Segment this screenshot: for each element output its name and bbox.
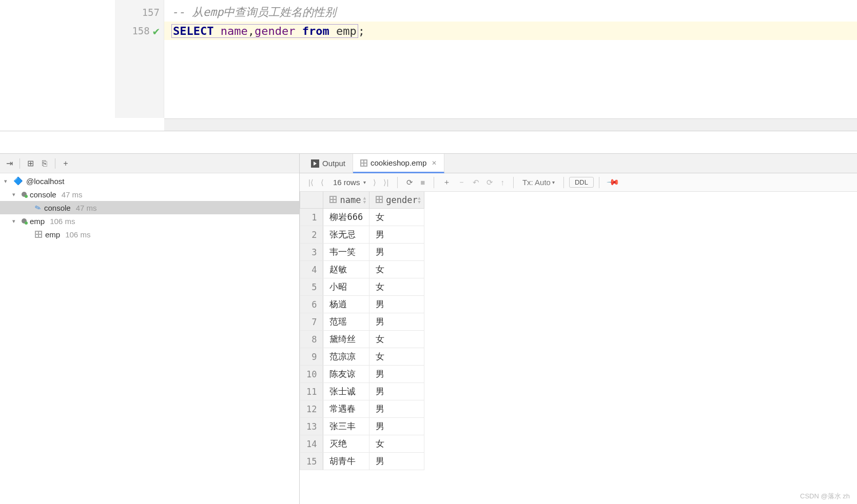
table-row[interactable]: 14灭绝女 bbox=[300, 435, 424, 453]
reload-button[interactable]: ⟳ bbox=[403, 176, 417, 189]
cell-name[interactable]: 张士诚 bbox=[323, 383, 369, 400]
delete-row-button[interactable]: － bbox=[454, 176, 469, 189]
commit-button[interactable]: ↑ bbox=[497, 176, 508, 188]
tree-item[interactable]: emp106 ms bbox=[0, 228, 299, 241]
watermark: CSDN @落水 zh bbox=[800, 492, 850, 501]
table-row[interactable]: 2张无忌男 bbox=[300, 226, 424, 244]
cell-gender[interactable]: 男 bbox=[369, 244, 424, 261]
stop-button[interactable]: ■ bbox=[417, 176, 428, 188]
cell-gender[interactable]: 女 bbox=[369, 278, 424, 296]
add-row-button[interactable]: ＋ bbox=[439, 176, 454, 189]
prev-page-button[interactable]: ⟨ bbox=[317, 176, 327, 189]
cell-name[interactable]: 柳岩666 bbox=[323, 209, 369, 226]
column-icon bbox=[376, 196, 383, 203]
revert-button[interactable]: ↶ bbox=[469, 176, 483, 189]
tree-item[interactable]: ▾console47 ms bbox=[0, 188, 299, 201]
cell-name[interactable]: 张三丰 bbox=[323, 418, 369, 435]
tab-table-label: cookieshop.emp bbox=[371, 158, 426, 167]
code-line[interactable]: -- 从emp中查询员工姓名的性别 bbox=[164, 3, 857, 22]
cell-name[interactable]: 张无忌 bbox=[323, 226, 369, 244]
row-number: 12 bbox=[300, 400, 323, 418]
cell-name[interactable]: 范瑶 bbox=[323, 313, 369, 331]
horizontal-scrollbar[interactable] bbox=[164, 118, 857, 131]
cell-name[interactable]: 常遇春 bbox=[323, 400, 369, 418]
chevron-icon: ▾ bbox=[12, 191, 18, 198]
sort-icon[interactable]: ▲▼ bbox=[418, 196, 420, 204]
close-icon[interactable]: ✕ bbox=[432, 159, 437, 167]
cell-name[interactable]: 杨逍 bbox=[323, 296, 369, 313]
gutter-line[interactable]: 158✔ bbox=[115, 22, 164, 40]
collapse-icon[interactable]: ⇥ bbox=[3, 157, 15, 170]
rownum-header[interactable] bbox=[300, 192, 323, 209]
table-row[interactable]: 15胡青牛男 bbox=[300, 453, 424, 470]
table-row[interactable]: 8黛绮丝女 bbox=[300, 331, 424, 348]
table-row[interactable]: 5小昭女 bbox=[300, 278, 424, 296]
cell-gender[interactable]: 女 bbox=[369, 209, 424, 226]
cell-gender[interactable]: 男 bbox=[369, 226, 424, 244]
column-header-gender[interactable]: gender▲▼ bbox=[369, 192, 424, 209]
table-row[interactable]: 1柳岩666女 bbox=[300, 209, 424, 226]
services-toolbar: ⇥ ⊞ ⎘ + bbox=[0, 154, 299, 173]
tree-item-label: console bbox=[44, 204, 71, 212]
code-area[interactable]: -- 从emp中查询员工姓名的性别SELECT name,gender from… bbox=[164, 0, 857, 131]
cell-name[interactable]: 小昭 bbox=[323, 278, 369, 296]
first-page-button[interactable]: |⟨ bbox=[305, 176, 317, 189]
cell-gender[interactable]: 女 bbox=[369, 348, 424, 366]
table-row[interactable]: 12常遇春男 bbox=[300, 400, 424, 418]
ddl-button[interactable]: DDL bbox=[569, 177, 594, 188]
next-page-button[interactable]: ⟩ bbox=[369, 176, 380, 189]
cell-name[interactable]: 灭绝 bbox=[323, 435, 369, 453]
row-number: 7 bbox=[300, 313, 323, 331]
cell-name[interactable]: 黛绮丝 bbox=[323, 331, 369, 348]
cell-gender[interactable]: 男 bbox=[369, 296, 424, 313]
cell-name[interactable]: 范凉凉 bbox=[323, 348, 369, 366]
tree-item-label: console bbox=[30, 190, 56, 199]
tree-item[interactable]: ▾emp106 ms bbox=[0, 214, 299, 228]
cell-gender[interactable]: 男 bbox=[369, 383, 424, 400]
table-row[interactable]: 3韦一笑男 bbox=[300, 244, 424, 261]
cell-name[interactable]: 胡青牛 bbox=[323, 453, 369, 470]
sort-icon[interactable]: ▲▼ bbox=[363, 196, 366, 204]
status-dot-icon bbox=[22, 218, 27, 224]
cell-gender[interactable]: 男 bbox=[369, 313, 424, 331]
table-row[interactable]: 10陈友谅男 bbox=[300, 366, 424, 383]
cell-name[interactable]: 赵敏 bbox=[323, 261, 369, 278]
tree-item[interactable]: ✎console47 ms bbox=[0, 201, 299, 214]
tab-table[interactable]: cookieshop.emp ✕ bbox=[353, 154, 444, 173]
cell-gender[interactable]: 男 bbox=[369, 453, 424, 470]
sql-editor: 157158✔ -- 从emp中查询员工姓名的性别SELECT name,gen… bbox=[0, 0, 857, 131]
tree-root[interactable]: ▾ 🔷 @localhost bbox=[0, 174, 299, 188]
last-page-button[interactable]: ⟩| bbox=[380, 176, 392, 189]
add-icon[interactable]: + bbox=[60, 157, 72, 170]
results-grid-wrapper[interactable]: name▲▼gender▲▼ 1柳岩666女2张无忌男3韦一笑男4赵敏女5小昭女… bbox=[300, 192, 857, 504]
table-row[interactable]: 11张士诚男 bbox=[300, 383, 424, 400]
table-row[interactable]: 6杨逍男 bbox=[300, 296, 424, 313]
separator bbox=[434, 177, 434, 188]
row-number: 3 bbox=[300, 244, 323, 261]
column-header-name[interactable]: name▲▼ bbox=[323, 192, 369, 209]
table-row[interactable]: 9范凉凉女 bbox=[300, 348, 424, 366]
refresh-button[interactable]: ⟳ bbox=[483, 176, 497, 189]
grid-view-icon[interactable]: ⊞ bbox=[24, 157, 36, 170]
table-row[interactable]: 7范瑶男 bbox=[300, 313, 424, 331]
table-row[interactable]: 4赵敏女 bbox=[300, 261, 424, 278]
cell-gender[interactable]: 女 bbox=[369, 435, 424, 453]
pin-icon[interactable]: 📌 bbox=[602, 172, 624, 193]
table-row[interactable]: 13张三丰男 bbox=[300, 418, 424, 435]
code-line[interactable]: SELECT name,gender from emp; bbox=[164, 22, 857, 40]
cell-gender[interactable]: 女 bbox=[369, 261, 424, 278]
cell-name[interactable]: 韦一笑 bbox=[323, 244, 369, 261]
row-number: 2 bbox=[300, 226, 323, 244]
cell-gender[interactable]: 女 bbox=[369, 331, 424, 348]
cell-name[interactable]: 陈友谅 bbox=[323, 366, 369, 383]
cell-gender[interactable]: 男 bbox=[369, 400, 424, 418]
cell-gender[interactable]: 男 bbox=[369, 366, 424, 383]
row-number: 4 bbox=[300, 261, 323, 278]
rows-dropdown[interactable]: 16 rows ▾ bbox=[327, 176, 370, 188]
cell-gender[interactable]: 男 bbox=[369, 418, 424, 435]
layout-icon[interactable]: ⎘ bbox=[38, 157, 51, 170]
tab-output[interactable]: Output bbox=[304, 154, 353, 173]
separator bbox=[599, 177, 599, 188]
gutter-line[interactable]: 157 bbox=[115, 3, 164, 22]
tx-mode-dropdown[interactable]: Tx: Auto ▾ bbox=[519, 176, 558, 188]
